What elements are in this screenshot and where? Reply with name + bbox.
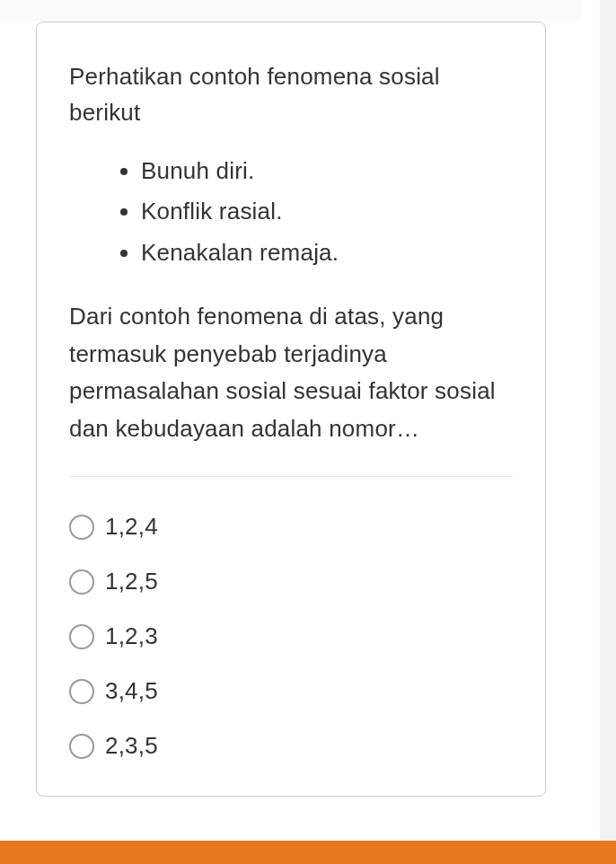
- question-body: Dari contoh fenomena di atas, yang terma…: [69, 298, 513, 447]
- option-1[interactable]: 1,2,4: [69, 513, 513, 541]
- bullet-item: Kenakalan remaja.: [141, 233, 513, 274]
- option-label: 1,2,4: [105, 513, 158, 541]
- side-gutter-inner: [582, 0, 600, 864]
- option-label: 1,2,5: [105, 568, 158, 595]
- bullet-item: Bunuh diri.: [141, 151, 513, 192]
- divider: [69, 476, 513, 477]
- option-5[interactable]: 2,3,5: [69, 732, 513, 760]
- question-intro: Perhatikan contoh fenomena sosial beriku…: [69, 58, 513, 131]
- option-label: 2,3,5: [105, 732, 158, 760]
- radio-icon: [69, 569, 94, 595]
- page-container: Perhatikan contoh fenomena sosial beriku…: [0, 22, 582, 864]
- radio-icon: [69, 515, 94, 540]
- option-3[interactable]: 1,2,3: [69, 622, 513, 650]
- options-list: 1,2,4 1,2,5 1,2,3 3,4,5 2,3,5: [69, 513, 513, 760]
- question-bullets: Bunuh diri. Konflik rasial. Kenakalan re…: [69, 151, 513, 274]
- bullet-item: Konflik rasial.: [141, 191, 513, 233]
- bottom-bar: [0, 841, 616, 864]
- option-4[interactable]: 3,4,5: [69, 677, 513, 705]
- radio-icon: [69, 624, 94, 649]
- option-label: 3,4,5: [105, 677, 158, 705]
- radio-icon: [69, 734, 94, 759]
- radio-icon: [69, 679, 94, 704]
- question-card: Perhatikan contoh fenomena sosial beriku…: [36, 22, 546, 797]
- option-label: 1,2,3: [105, 622, 158, 650]
- option-2[interactable]: 1,2,5: [69, 568, 513, 595]
